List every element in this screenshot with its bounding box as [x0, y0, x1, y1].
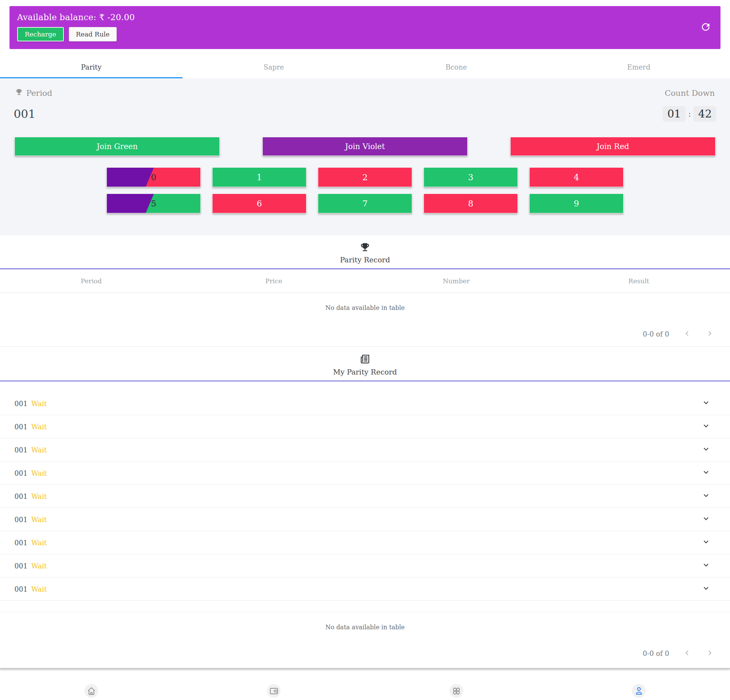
- number-button-0[interactable]: 0: [106, 167, 201, 187]
- countdown-separator: :: [688, 109, 691, 119]
- chevron-down-icon: [702, 584, 710, 594]
- chevron-down-icon: [702, 491, 710, 501]
- my-parity-rows: 001Wait 001Wait 001Wait 001Wait 001Wait …: [0, 392, 730, 601]
- refresh-icon: [700, 28, 711, 34]
- join-red-button[interactable]: Join Red: [510, 137, 716, 156]
- trophy-icon: [15, 88, 23, 98]
- refresh-button[interactable]: [699, 21, 712, 34]
- chevron-down-icon: [702, 561, 710, 571]
- number-button-9[interactable]: 9: [529, 194, 624, 213]
- chevron-down-icon: [702, 538, 710, 548]
- tab-sapre[interactable]: Sapre: [182, 57, 365, 78]
- column-price: Price: [182, 277, 365, 285]
- row-status: Wait: [31, 423, 47, 431]
- nav-home[interactable]: Home: [0, 683, 182, 700]
- game-tabs: Parity Sapre Bcone Emerd: [0, 57, 730, 78]
- parity-record-section: Parity Record Period Price Number Result…: [0, 235, 730, 347]
- number-button-3[interactable]: 3: [424, 167, 518, 187]
- empty-table-row: [0, 601, 730, 612]
- parity-record-header: Parity Record: [0, 235, 730, 268]
- countdown-seconds: 42: [694, 106, 716, 122]
- my-parity-row[interactable]: 001Wait: [0, 392, 730, 415]
- game-panel: Period Count Down 001 01 : 42 Join Green…: [0, 78, 730, 235]
- row-status: Wait: [31, 562, 47, 570]
- nav-predict-game[interactable]: Predict Game: [365, 683, 548, 700]
- row-period: 001: [14, 423, 27, 431]
- tab-emerd[interactable]: Emerd: [548, 57, 730, 78]
- newspaper-icon: [359, 359, 371, 366]
- column-period: Period: [0, 277, 182, 285]
- row-status: Wait: [31, 539, 47, 547]
- number-button-6[interactable]: 6: [212, 194, 306, 213]
- balance-card: Available balance: ₹ -20.00 Recharge Rea…: [10, 6, 720, 49]
- row-period: 001: [14, 446, 27, 454]
- parity-record-title: Parity Record: [0, 256, 730, 264]
- row-period: 001: [14, 585, 27, 593]
- row-period: 001: [14, 469, 27, 477]
- row-status: Wait: [31, 446, 47, 454]
- row-status: Wait: [31, 516, 47, 524]
- number-button-2[interactable]: 2: [318, 167, 412, 187]
- pagination-range: 0-0 of 0: [643, 649, 669, 657]
- chevron-down-icon: [702, 445, 710, 455]
- number-button-7[interactable]: 7: [318, 194, 412, 213]
- nav-search[interactable]: Search: [182, 683, 365, 700]
- chevron-right-icon: [706, 333, 714, 339]
- pagination-range: 0-0 of 0: [643, 330, 669, 338]
- nav-my-account[interactable]: My Account: [548, 683, 730, 700]
- my-parity-row[interactable]: 001Wait: [0, 554, 730, 578]
- chevron-down-icon: [702, 422, 710, 432]
- my-parity-record-title: My Parity Record: [0, 368, 730, 376]
- row-period: 001: [14, 492, 27, 500]
- column-number: Number: [365, 277, 548, 285]
- pagination-next-button[interactable]: [705, 648, 715, 658]
- parity-record-empty-text: No data available in table: [0, 293, 730, 324]
- pagination-prev-button[interactable]: [682, 329, 692, 339]
- pagination-prev-button[interactable]: [682, 648, 692, 658]
- join-violet-button[interactable]: Join Violet: [262, 137, 468, 156]
- row-period: 001: [14, 516, 27, 524]
- my-parity-empty-text: No data available in table: [0, 612, 730, 644]
- parity-record-table-header: Period Price Number Result: [0, 269, 730, 293]
- row-status: Wait: [31, 400, 47, 408]
- my-parity-row[interactable]: 001Wait: [0, 462, 730, 485]
- row-status: Wait: [31, 492, 47, 500]
- tab-bcone[interactable]: Bcone: [365, 57, 548, 78]
- pagination-next-button[interactable]: [705, 329, 715, 339]
- my-parity-record-header: My Parity Record: [0, 347, 730, 381]
- row-period: 001: [14, 400, 27, 408]
- number-buttons-grid: 0 1 2 3 4 5 6 7 8 9: [106, 167, 624, 213]
- footer-divider: [0, 668, 730, 669]
- my-parity-pagination: 0-0 of 0: [0, 644, 730, 668]
- period-row: Period Count Down: [0, 88, 730, 98]
- number-button-8[interactable]: 8: [424, 194, 518, 213]
- wallet-icon: [265, 683, 282, 698]
- number-button-5[interactable]: 5: [106, 194, 201, 213]
- countdown-label: Count Down: [665, 89, 715, 98]
- number-button-4[interactable]: 4: [529, 167, 624, 187]
- chevron-left-icon: [683, 333, 691, 339]
- period-label: Period: [15, 88, 52, 98]
- countdown-minutes: 01: [663, 106, 686, 122]
- join-green-button[interactable]: Join Green: [14, 137, 220, 156]
- chevron-right-icon: [706, 652, 714, 658]
- row-period: 001: [14, 562, 27, 570]
- header-buttons: Recharge Read Rule: [17, 27, 713, 41]
- chevron-down-icon: [702, 398, 710, 408]
- my-parity-row[interactable]: 001Wait: [0, 485, 730, 508]
- recharge-button[interactable]: Recharge: [17, 27, 64, 41]
- chevron-down-icon: [702, 468, 710, 478]
- my-parity-row[interactable]: 001Wait: [0, 578, 730, 601]
- read-rule-button[interactable]: Read Rule: [69, 27, 117, 41]
- row-status: Wait: [31, 469, 47, 477]
- my-parity-row[interactable]: 001Wait: [0, 531, 730, 554]
- values-row: 001 01 : 42: [0, 106, 730, 122]
- my-parity-record-section: My Parity Record 001Wait 001Wait 001Wait…: [0, 347, 730, 669]
- tab-parity[interactable]: Parity: [0, 57, 182, 78]
- my-parity-row[interactable]: 001Wait: [0, 508, 730, 531]
- row-period: 001: [14, 539, 27, 547]
- number-button-1[interactable]: 1: [212, 167, 306, 187]
- period-value: 001: [14, 107, 35, 121]
- my-parity-row[interactable]: 001Wait: [0, 438, 730, 462]
- my-parity-row[interactable]: 001Wait: [0, 415, 730, 438]
